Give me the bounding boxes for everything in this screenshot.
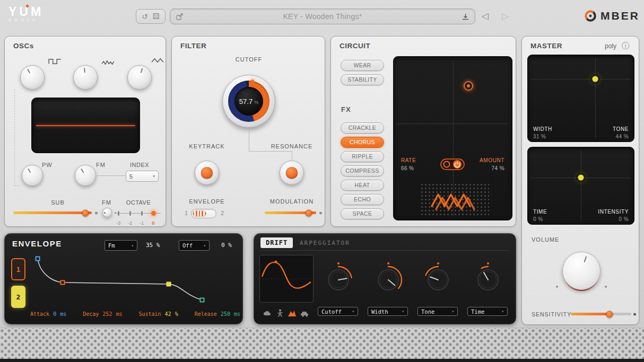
bottom-edge	[0, 359, 644, 362]
preset-name[interactable]: KEY - Wooden Things*	[184, 12, 462, 21]
drift-knob-3[interactable]	[423, 262, 453, 294]
circuit-xy-pad[interactable]: RATE 66 % AMOUNT 74 %	[393, 56, 512, 220]
oscs-title: OSCs	[13, 42, 34, 50]
pad2-crosshair-v	[581, 151, 581, 221]
osc1-knob[interactable]	[20, 65, 45, 90]
release-handle[interactable]	[201, 298, 204, 302]
sub-slider-thumb[interactable]	[82, 209, 89, 216]
decay-handle[interactable]	[61, 281, 65, 285]
envelope-curve-display[interactable]	[30, 255, 241, 308]
env-mod2-dropdown[interactable]: Off ▾	[179, 240, 210, 251]
fx-button-space[interactable]: SPACE	[341, 208, 384, 219]
export-icon[interactable]	[176, 13, 184, 21]
fx-button-chorus-active[interactable]: CHORUS	[341, 137, 384, 148]
info-icon[interactable]: ⓘ	[622, 41, 629, 51]
osc2-knob-pointer	[84, 68, 85, 73]
time-intensity-handle[interactable]	[578, 175, 584, 181]
fm-knob[interactable]	[75, 165, 96, 186]
osc2-knob[interactable]	[73, 65, 98, 90]
save-download-icon[interactable]	[462, 13, 469, 21]
circuit-pad-handle[interactable]	[464, 81, 473, 91]
dice-icon[interactable]: ⚄	[153, 12, 160, 21]
waveform-trace	[36, 125, 135, 126]
env-option-2[interactable]: 2	[221, 210, 224, 216]
sustain-handle[interactable]	[167, 282, 171, 286]
octave-option[interactable]: -3	[114, 220, 123, 226]
envelope-tab-2[interactable]: 2	[11, 286, 25, 308]
drift-dropdown-1-value: Cutoff	[321, 308, 342, 315]
drift-dropdown-4[interactable]: Time ▾	[467, 307, 508, 316]
drift-knob-4[interactable]	[473, 262, 503, 294]
width-tone-pad[interactable]: WIDTH 31 % TONE 44 %	[527, 55, 634, 142]
octave-tick-minus1[interactable]	[141, 211, 143, 216]
env-option-1[interactable]: 1	[185, 210, 188, 216]
sensitivity-slider[interactable]	[571, 313, 631, 315]
stability-button[interactable]: STABILITY	[341, 74, 384, 85]
release-value[interactable]: 250	[221, 311, 230, 317]
octave-option-selected[interactable]: 0	[149, 220, 158, 226]
env-mod1-dropdown[interactable]: Fm ▾	[105, 240, 137, 251]
octave-selector[interactable]: -3 -2 -1 0	[113, 207, 163, 228]
tab-drift-active[interactable]: DRIFT	[260, 237, 293, 248]
drift-dropdown-1[interactable]: Cutoff ▾	[318, 307, 358, 316]
octave-option[interactable]: -1	[137, 220, 146, 226]
modulation-slider[interactable]	[265, 211, 316, 214]
octave-option[interactable]: -2	[125, 220, 135, 226]
drift-knob-1[interactable]	[324, 262, 353, 294]
osc3-knob[interactable]	[127, 65, 152, 90]
fx-button-echo[interactable]: ECHO	[341, 194, 384, 205]
car-mode-icon[interactable]	[300, 310, 309, 317]
fx-button-heat[interactable]: HEAT	[341, 180, 384, 191]
envelope-toggle-thumb[interactable]	[193, 210, 206, 217]
randomize-group: ↺ ⚄	[136, 9, 166, 24]
octave-tick-minus2[interactable]	[129, 211, 131, 216]
sustain-value[interactable]: 42	[165, 311, 171, 317]
wear-button[interactable]: WEAR	[341, 60, 384, 71]
env-mod1-amount[interactable]: 35 %	[146, 242, 160, 249]
pw-knob[interactable]	[22, 165, 43, 186]
time-intensity-pad[interactable]: TIME 0 % INTENSITY 0 %	[527, 147, 634, 225]
index-dropdown[interactable]: 5 ▾	[126, 171, 159, 182]
modulation-label: MODULATION	[260, 198, 324, 205]
cutoff-knob[interactable]: 57.7 %	[222, 75, 275, 128]
attack-handle[interactable]	[36, 257, 40, 261]
prev-preset-icon[interactable]: ◁	[482, 11, 489, 22]
drift-wave-display[interactable]	[259, 255, 314, 303]
mountain-mode-icon-active[interactable]	[288, 309, 297, 317]
tab-arpeggiator[interactable]: ARPEGGIATOR	[300, 240, 350, 246]
keytrack-knob[interactable]	[195, 161, 219, 185]
walking-person-icon[interactable]	[276, 309, 284, 317]
envelope-select-toggle[interactable]	[191, 209, 216, 218]
width-tone-handle[interactable]	[593, 76, 598, 82]
fm-toggle-knob[interactable]	[102, 208, 112, 217]
octave-tick-minus3[interactable]	[118, 211, 119, 216]
preset-bar[interactable]: KEY - Wooden Things*	[170, 8, 475, 24]
osc-mod-connector	[14, 90, 21, 186]
octave-tick-zero-selected[interactable]	[151, 211, 156, 216]
rate-value: 66 %	[401, 165, 414, 171]
decay-value[interactable]: 252	[102, 311, 112, 317]
drift-dropdown-3[interactable]: Tone ▾	[417, 307, 458, 316]
fx-power-toggle[interactable]	[440, 158, 465, 170]
env-mod2-amount[interactable]: 0 %	[221, 242, 232, 249]
sensitivity-slider-thumb[interactable]	[606, 311, 613, 317]
fx-button-crackle[interactable]: CRACKLE	[341, 122, 384, 134]
volume-knob[interactable]	[562, 252, 601, 290]
fx-button-compress[interactable]: COMPRESS	[341, 165, 384, 176]
intensity-label: INTENSITY	[598, 209, 629, 215]
history-icon[interactable]: ↺	[142, 12, 148, 21]
triangle-wave-icon	[151, 57, 165, 64]
cloud-mode-icon[interactable]	[263, 310, 272, 317]
resonance-knob[interactable]	[280, 161, 304, 185]
attack-value[interactable]: 0	[53, 311, 56, 317]
fm-label: FM	[96, 162, 106, 168]
modulation-slider-thumb[interactable]	[306, 209, 312, 216]
drift-dropdown-2[interactable]: Width ▾	[368, 307, 408, 316]
envelope-tab-1[interactable]: 1	[11, 258, 25, 280]
poly-mode-label[interactable]: poly	[605, 42, 616, 50]
oscilloscope-screen[interactable]	[31, 98, 140, 153]
drift-knob-2[interactable]	[373, 262, 403, 294]
next-preset-icon[interactable]: ▷	[502, 11, 509, 22]
fx-button-ripple[interactable]: RIPPLE	[341, 151, 384, 162]
sub-slider[interactable]	[13, 211, 92, 214]
